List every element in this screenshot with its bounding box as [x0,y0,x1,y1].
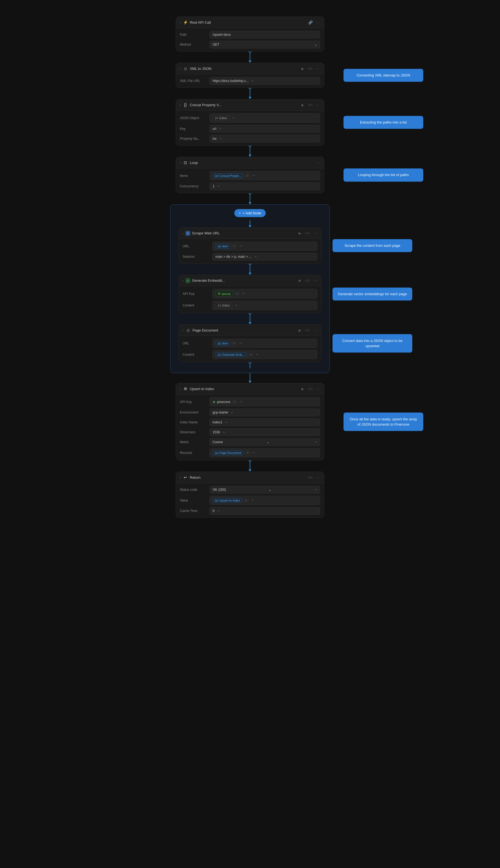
edit-icon[interactable]: ✏ [219,137,222,140]
more-icon[interactable]: ⋯ [313,230,317,236]
edit-icon[interactable]: ✏ [225,421,227,424]
edit-icon[interactable]: ✏ [240,244,242,248]
edit-icon[interactable]: ✏ [219,127,221,131]
property-name-value[interactable]: loc ✏ [209,135,320,143]
copy-icon[interactable]: ⧉ [232,341,237,346]
url-value[interactable]: (x) Item ⧉ ✏ [212,241,317,251]
play-icon[interactable]: ▶ [298,278,302,283]
json-object-value[interactable]: ƒx Editor ✏ [209,113,320,123]
copy-icon[interactable]: ⧉ [245,173,250,178]
edit-icon[interactable]: ✏ [240,400,242,404]
annotation-generate-embeddings: Generate vector embeddings for each page [332,288,412,301]
edit-icon[interactable]: ✏ [315,488,317,492]
code-icon[interactable]: </> [304,230,310,236]
more-icon[interactable]: ⋯ [313,328,317,333]
edit-icon[interactable]: ✏ [232,116,235,120]
more-icon[interactable]: ⋯ [316,102,320,108]
rest-api-node: ‹ ⚡ Rest API Call 🔗 ⋯ Path /upsert-docs [176,16,324,52]
link-icon[interactable]: 🔗 [308,20,313,25]
code-icon[interactable]: </> [307,102,313,108]
more-icon[interactable]: ⋯ [313,278,317,283]
collapse-icon[interactable]: ‹ [180,103,181,107]
collapse-icon[interactable]: ‹ [183,328,184,332]
edit-icon[interactable]: ✏ [240,341,242,345]
method-value[interactable]: GET ⌄ [209,41,320,48]
var-badge: (x) Generate Emb... [215,352,247,357]
edit-icon[interactable]: ✏ [217,509,220,513]
url-value[interactable]: (x) Item ⧉ ✏ [212,339,317,348]
x-icon: (x) [215,499,218,502]
value-value[interactable]: (x) Upsert to Index ⧉ ✏ [209,496,320,505]
edit-icon[interactable]: ✏ [315,440,317,444]
collapse-icon[interactable]: ‹ [180,475,181,479]
edit-icon[interactable]: ✏ [254,255,257,259]
collapse-icon[interactable]: ‹ [183,232,184,235]
index-name-label: Index Name [180,420,207,424]
more-icon[interactable]: ⋯ [316,160,320,165]
edit-icon[interactable]: ✏ [242,292,245,295]
collapse-icon[interactable]: ‹ [180,387,181,391]
cache-time-value[interactable]: 0 ✏ [209,507,320,515]
more-icon[interactable]: ⋯ [316,386,320,392]
copy-icon[interactable]: ⧉ [232,244,237,249]
code-icon[interactable]: </> [307,386,313,392]
key-value[interactable]: url ✏ [209,125,320,133]
content-value[interactable]: (x) Generate Emb... ⧉ ✏ [212,350,317,359]
braces-icon: {} [183,102,188,108]
index-name-value[interactable]: index1 ✏ [209,418,320,426]
collapse-icon[interactable]: ‹ [180,67,181,70]
code-icon[interactable]: </> [307,475,313,480]
code-icon[interactable]: </> [304,328,310,333]
edit-icon[interactable]: ✏ [251,498,254,502]
path-value[interactable]: /upsert-docs [209,31,320,38]
code-icon[interactable]: </> [307,66,313,71]
return-node: ‹ ↩ Return </> ⋯ Status code OK (200) [176,472,324,518]
metric-value[interactable]: Cosine ⌄ ✏ [209,438,320,446]
loop-icon: ⊡ [183,160,188,165]
edit-icon[interactable]: ✏ [251,79,254,83]
edit-icon[interactable]: ✏ [253,451,255,454]
connector-9 [249,373,251,383]
copy-icon[interactable]: ⧉ [235,291,240,296]
play-icon[interactable]: ▶ [301,386,305,392]
copy-icon[interactable]: ⧉ [248,352,253,357]
more-icon[interactable]: ⋯ [316,475,320,480]
more-icon[interactable]: ⋯ [316,66,320,71]
edit-icon[interactable]: ✏ [253,174,255,178]
play-icon[interactable]: ▶ [298,230,302,236]
content-value[interactable]: ƒx Editor ✏ [212,301,317,310]
api-key-value[interactable]: ⊕ openai ⧉ ✏ [212,289,317,298]
status-code-value[interactable]: OK (200) ⌄ ✏ [209,486,320,494]
xml-file-url-value[interactable]: https://docs.buildship.c... ✏ [209,77,320,85]
edit-icon[interactable]: ✏ [231,411,234,414]
api-key-value[interactable]: ⊕ pinecone ⧉ ✏ [209,397,320,406]
xml-file-url-label: XML File URL [180,79,207,83]
add-node-button[interactable]: + + Add Node [234,209,266,217]
more-icon[interactable]: ⋯ [316,20,320,25]
diamond-icon: ◇ [185,327,191,333]
dimension-value[interactable]: 1536 ✏ [209,428,320,436]
copy-icon[interactable]: ⧉ [244,498,249,503]
play-icon[interactable]: ▶ [298,328,302,333]
copy-icon[interactable]: ⧉ [245,450,250,455]
edit-icon[interactable]: ✏ [256,353,259,356]
loop-body: Items (x) Concat Proper... ⧉ ✏ Concurren… [176,168,324,193]
copy-icon[interactable]: ⧉ [232,399,237,404]
concurrency-value[interactable]: 1 ✏ [209,182,320,190]
environment-value[interactable]: gcp-starter ✏ [209,408,320,416]
collapse-icon[interactable]: ‹ [180,161,181,165]
collapse-icon[interactable]: ‹ [183,279,184,283]
code-icon[interactable]: </> [304,278,310,283]
play-icon[interactable]: ▶ [301,102,305,108]
play-icon[interactable]: ▶ [301,66,305,71]
rest-api-body: Path /upsert-docs Method GET ⌄ [176,28,324,51]
connector-5 [249,221,251,227]
records-value[interactable]: (x) Page Document ⧉ ✏ [209,448,320,457]
collapse-icon[interactable]: ‹ [180,20,181,24]
edit-icon[interactable]: ✏ [235,304,238,307]
edit-icon[interactable]: ✏ [223,430,225,434]
items-value[interactable]: (x) Concat Proper... ⧉ ✏ [209,171,320,180]
selector-value[interactable]: main > div > p, main > ... ✏ [212,253,317,261]
url-label: URL [183,341,210,345]
edit-icon[interactable]: ✏ [217,184,220,188]
